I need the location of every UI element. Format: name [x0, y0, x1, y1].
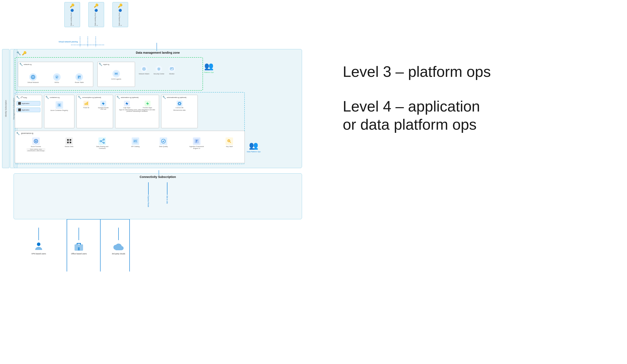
- app-2-label: Application: [22, 109, 29, 111]
- automationdb-rg-title: automationdb-rg (optional): [167, 96, 186, 98]
- automationdb-rg-content: Cosmos DB Microservices data: [161, 100, 198, 112]
- containers-rg-title: containers-rg: [50, 96, 59, 98]
- containers-rg-content: Azure Container Registry: [44, 100, 74, 113]
- level3-label: Level 3 – platform ops: [343, 63, 610, 81]
- third-party-title: 3rd Party: [20, 96, 27, 98]
- svg-rect-50: [78, 247, 80, 250]
- data-sharing-item: Data Sharing and Contracts: [93, 137, 112, 149]
- third-party-icon: 🔧: [16, 96, 20, 99]
- zone-1-label: Data Landing Zone 1: [70, 12, 74, 26]
- network-rg-title: network-rg: [24, 63, 32, 65]
- site-to-site-connection: Site to site: [166, 182, 168, 207]
- key-vault-label: Key Vault: [226, 145, 233, 147]
- svg-rect-24: [85, 103, 85, 105]
- logic-apps-icon: [124, 101, 130, 106]
- vpn-users: VPN based users: [31, 228, 46, 255]
- platform-ops-icon: 👥: [204, 62, 213, 71]
- data-mgmt-title: Data management landing zone: [14, 49, 302, 56]
- purview-item: Azure Purview Data catalog, data classif…: [27, 137, 45, 152]
- landing-zone-2: 🔑 🔵 Data Landing Zone 2: [87, 2, 105, 27]
- mgmt-rg-icon: 🔧: [99, 63, 102, 66]
- landing-zone-1: 🔑 🔵 Data Landing Zone 1: [63, 2, 82, 27]
- external-mgmt-icons: Network Watch Security Center Monitor: [139, 66, 175, 75]
- key-icon-3: 🔑: [118, 3, 122, 8]
- route-table-icon: [75, 73, 83, 81]
- cosmos-db-item: Cosmos DB: [174, 101, 185, 108]
- site-to-site-label: Site to site: [166, 195, 168, 204]
- svg-point-21: [144, 68, 145, 70]
- security-center-item: Security Center: [154, 66, 164, 75]
- function-apps-item: Function Apps: [142, 101, 153, 108]
- svg-line-41: [101, 141, 103, 142]
- cloud-line: [118, 228, 119, 240]
- svg-point-47: [228, 140, 229, 141]
- svg-rect-25: [86, 102, 87, 105]
- function-apps-icon: [145, 101, 151, 106]
- monitor-icon: [168, 66, 175, 72]
- svg-point-15: [80, 76, 80, 77]
- power-bi-item: Power BI: [80, 101, 92, 110]
- connectivity-subscription: Connectivity Subscription Express Route …: [14, 173, 302, 219]
- ingestion-item: Ingestion Framework Engine UI: [187, 137, 206, 149]
- connectivity-connections: Express Route Site to site: [14, 180, 302, 209]
- app-1: ⬛ Application: [16, 101, 40, 106]
- data-quality-icon: [160, 137, 167, 145]
- cloud-label: 3rd party clouds: [112, 253, 125, 255]
- data-platform-ops: 👥 Data Platform Ops: [247, 141, 261, 153]
- office-users: Office based users: [71, 228, 87, 255]
- network-rg-icon: 🔧: [19, 63, 23, 66]
- network-rg: 🔧 network-rg Virtual Network NSG: [18, 62, 93, 87]
- cicd-agents-icon: [112, 70, 120, 78]
- express-route-line: [148, 182, 149, 195]
- automation-rg-hicon: 🔧: [116, 96, 120, 99]
- network-rg-header: 🔧 network-rg: [18, 62, 93, 67]
- main-container: 🔑 🔵 Data Landing Zone 1 🔑 🔵 Data Landing…: [0, 0, 627, 364]
- svg-point-48: [37, 242, 41, 246]
- synapse-icon: [100, 101, 106, 106]
- data-sharing-label: Data Sharing and Contracts: [93, 145, 112, 149]
- svg-text:API: API: [134, 140, 137, 142]
- landing-zone-3: 🔑 🔵 Data Landing Zone 3: [111, 2, 130, 27]
- svg-rect-36: [70, 141, 71, 143]
- mgmt-rg-header: 🔧 mgmt-rg: [98, 62, 135, 67]
- automation-rg-title: automation-rg (optional): [121, 96, 139, 98]
- level4-text: Level 4 – applicationor data platform op…: [343, 98, 480, 133]
- purview-label: Azure Purview: [31, 145, 41, 147]
- master-data-label: Master Data: [65, 145, 73, 147]
- azure-container-registry-icon: [55, 101, 63, 109]
- svg-point-14: [78, 76, 79, 77]
- app-1-label: Application: [22, 102, 29, 104]
- route-table-label: Route Table: [75, 82, 84, 83]
- svg-point-44: [161, 139, 165, 143]
- consumption-rg-header: 🔧 consumption-rg (optional): [77, 95, 113, 100]
- function-apps-label: Function Apps: [143, 107, 152, 108]
- governance-rg: 🔧 governance-rg Azure Purview Data catal…: [15, 131, 245, 163]
- data-quality-label: Data Quality: [159, 145, 168, 147]
- power-bi-label: Power BI: [83, 107, 89, 108]
- containers-rg-header: 🔧 containers-rg: [44, 95, 74, 100]
- consumption-rg-title: consumption-rg (optional): [82, 96, 101, 98]
- route-table-item: Route Table: [75, 73, 84, 83]
- zone-circle-3: 🔵: [118, 9, 122, 12]
- governance-rg-hicon: 🔧: [16, 132, 20, 135]
- data-platform-ops-label: Data Platform Ops: [247, 151, 261, 153]
- api-catalog-icon: API: [132, 137, 139, 145]
- third-party-clouds: 3rd party clouds: [112, 228, 125, 255]
- apps-description: Apps for data landing zones, data integr…: [116, 108, 158, 113]
- synapse-item: Synapse Private Link Hub: [98, 101, 109, 110]
- landing-zone-1-box: 🔑 🔵 Data Landing Zone 1: [64, 2, 80, 27]
- master-data-icon: [65, 137, 73, 145]
- monitor-label: Monitor: [169, 73, 174, 75]
- vpn-label: VPN based users: [31, 253, 46, 255]
- network-watch-label: Network Watch: [139, 73, 150, 75]
- nsgs-icon: [53, 73, 61, 81]
- app-1-icon: ⬛: [18, 102, 21, 105]
- mgmt-rg: 🔧 mgmt-rg CI/CD agents: [97, 62, 135, 87]
- cosmos-db-label: Cosmos DB: [176, 107, 183, 108]
- zone-3-label: Data Landing Zone 3: [118, 12, 122, 26]
- level3-text: Level 3 – platform ops: [343, 63, 491, 80]
- platform-ops: 👥 Platform Ops: [204, 62, 214, 73]
- cicd-agents-item: CI/CD agents: [111, 70, 121, 80]
- cloud-icon: [113, 241, 124, 252]
- purview-icon: [32, 137, 40, 145]
